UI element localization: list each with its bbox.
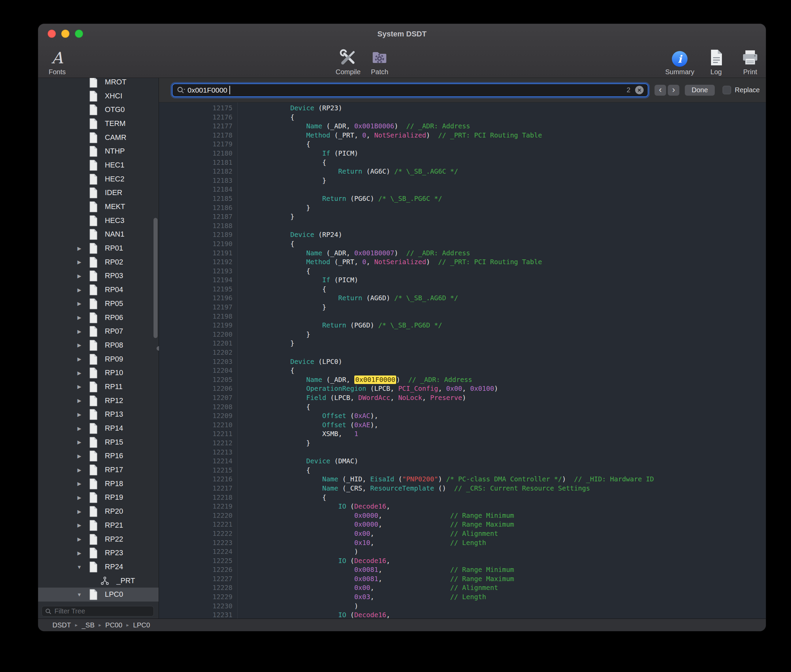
disclosure-triangle-icon[interactable]: ▶ — [74, 509, 85, 515]
print-button[interactable]: Print — [736, 44, 764, 75]
breadcrumb-item-dsdt[interactable]: DSDT — [53, 621, 71, 629]
sidebar-item-rp15[interactable]: ▶RP15 — [38, 435, 158, 450]
sidebar-item-rp18[interactable]: ▶RP18 — [38, 477, 158, 491]
sidebar-item-lpc0[interactable]: ▼LPC0 — [38, 587, 158, 602]
disclosure-triangle-icon[interactable]: ▶ — [74, 426, 85, 432]
disclosure-triangle-icon[interactable]: ▶ — [74, 398, 85, 404]
find-next-button[interactable]: › — [668, 85, 679, 96]
log-button[interactable]: Log — [702, 44, 730, 75]
breadcrumb-item-lpc0[interactable]: LPC0 — [133, 621, 150, 629]
line-number: 12193 — [159, 267, 232, 276]
sidebar-scrollbar[interactable] — [153, 218, 158, 338]
sidebar-item-label: RP23 — [105, 549, 123, 557]
titlebar[interactable]: System DSDT — [38, 24, 766, 43]
filter-tree-field[interactable]: Filter Tree — [42, 606, 154, 616]
sidebar-item-rp07[interactable]: ▶RP07 — [38, 325, 158, 338]
summary-button[interactable]: i Summary — [663, 44, 697, 75]
sidebar-item-rp13[interactable]: ▶RP13 — [38, 408, 158, 422]
device-icon — [88, 450, 98, 462]
done-button[interactable]: Done — [685, 85, 715, 96]
breadcrumb-item-pc00[interactable]: PC00 — [105, 621, 122, 629]
disclosure-triangle-icon[interactable]: ▼ — [74, 592, 85, 597]
find-previous-button[interactable]: ‹ — [655, 85, 666, 96]
sidebar-item-rp01[interactable]: ▶RP01 — [38, 242, 158, 255]
disclosure-triangle-icon[interactable]: ▶ — [74, 328, 85, 334]
sidebar-item-rp03[interactable]: ▶RP03 — [38, 269, 158, 283]
breadcrumb-item-_sb[interactable]: _SB — [81, 621, 94, 629]
disclosure-triangle-icon[interactable]: ▶ — [74, 245, 85, 251]
disclosure-triangle-icon[interactable]: ▶ — [74, 550, 85, 556]
sidebar-item-rp23[interactable]: ▶RP23 — [38, 546, 158, 560]
sidebar-item-nthp[interactable]: NTHP — [38, 144, 158, 158]
disclosure-triangle-icon[interactable]: ▶ — [74, 356, 85, 362]
line-number: 12184 — [159, 185, 232, 194]
sidebar-item-rp20[interactable]: ▶RP20 — [38, 504, 158, 518]
disclosure-triangle-icon[interactable]: ▶ — [74, 315, 85, 321]
log-icon — [708, 46, 724, 68]
sidebar-item-mekt[interactable]: MEKT — [38, 200, 158, 214]
disclosure-triangle-icon[interactable]: ▶ — [74, 384, 85, 390]
sidebar-item-mrot[interactable]: MROT — [38, 78, 158, 89]
sidebar-item-rp09[interactable]: ▶RP09 — [38, 352, 158, 366]
disclosure-triangle-icon[interactable]: ▶ — [74, 411, 85, 418]
sidebar-item-label: MROT — [105, 78, 126, 86]
window-title: System DSDT — [38, 24, 766, 44]
disclosure-triangle-icon[interactable]: ▶ — [74, 439, 85, 445]
disclosure-triangle-icon[interactable]: ▶ — [74, 494, 85, 501]
search-field[interactable]: 0x001F0000 2 × — [172, 83, 649, 97]
sidebar-item-_prt[interactable]: _PRT — [38, 574, 158, 588]
sidebar-item-rp24[interactable]: ▼RP24 — [38, 560, 158, 574]
sidebar-item-rp17[interactable]: ▶RP17 — [38, 463, 158, 477]
line-number: 12225 — [159, 557, 232, 566]
patch-button[interactable]: Patch — [365, 44, 394, 75]
close-button[interactable] — [48, 30, 56, 38]
line-number: 12202 — [159, 348, 232, 357]
sidebar-item-label: RP19 — [105, 493, 123, 502]
sidebar-item-rp05[interactable]: ▶RP05 — [38, 297, 158, 311]
sidebar-item-xhci[interactable]: XHCI — [38, 89, 158, 103]
disclosure-triangle-icon[interactable]: ▶ — [74, 370, 85, 376]
sidebar-item-rp10[interactable]: ▶RP10 — [38, 366, 158, 380]
fonts-button[interactable]: A Fonts — [43, 44, 72, 75]
sidebar-item-rp06[interactable]: ▶RP06 — [38, 311, 158, 325]
disclosure-triangle-icon[interactable]: ▶ — [74, 273, 85, 279]
sidebar-item-rp02[interactable]: ▶RP02 — [38, 255, 158, 269]
disclosure-triangle-icon[interactable]: ▶ — [74, 453, 85, 459]
minimize-button[interactable] — [61, 30, 69, 38]
sidebar-item-rp14[interactable]: ▶RP14 — [38, 421, 158, 435]
sidebar-item-hec3[interactable]: HEC3 — [38, 214, 158, 228]
sidebar-item-rp04[interactable]: ▶RP04 — [38, 283, 158, 297]
line-number: 12221 — [159, 520, 232, 530]
compile-button[interactable]: Compile — [334, 44, 363, 75]
disclosure-triangle-icon[interactable]: ▶ — [74, 342, 85, 348]
zoom-button[interactable] — [75, 30, 83, 38]
sidebar-item-rp16[interactable]: ▶RP16 — [38, 450, 158, 463]
disclosure-triangle-icon[interactable]: ▶ — [74, 287, 85, 293]
sidebar-item-rp22[interactable]: ▶RP22 — [38, 533, 158, 546]
disclosure-triangle-icon[interactable]: ▶ — [74, 522, 85, 528]
sidebar-item-label: RP07 — [105, 327, 123, 336]
sidebar-item-hec1[interactable]: HEC1 — [38, 158, 158, 172]
disclosure-triangle-icon[interactable]: ▶ — [74, 259, 85, 265]
sidebar-item-nan1[interactable]: NAN1 — [38, 228, 158, 242]
disclosure-triangle-icon[interactable]: ▶ — [74, 467, 85, 473]
disclosure-triangle-icon[interactable]: ▶ — [74, 481, 85, 487]
sidebar-item-rp12[interactable]: ▶RP12 — [38, 394, 158, 408]
sidebar-item-rp19[interactable]: ▶RP19 — [38, 491, 158, 505]
sidebar-item-rp08[interactable]: ▶RP08 — [38, 338, 158, 352]
sidebar-item-camr[interactable]: CAMR — [38, 131, 158, 145]
compile-label: Compile — [336, 68, 360, 75]
sidebar-item-hec2[interactable]: HEC2 — [38, 172, 158, 186]
sidebar-item-otg0[interactable]: OTG0 — [38, 103, 158, 117]
sidebar-item-term[interactable]: TERM — [38, 117, 158, 131]
disclosure-triangle-icon[interactable]: ▶ — [74, 301, 85, 307]
sidebar-item-rp21[interactable]: ▶RP21 — [38, 518, 158, 533]
disclosure-triangle-icon[interactable]: ▼ — [74, 564, 85, 570]
sidebar-item-ider[interactable]: IDER — [38, 186, 158, 200]
disclosure-triangle-icon[interactable]: ▶ — [74, 536, 85, 542]
code-line: 12199 Return (PG6D) /* \_SB_.PG6D */ — [159, 321, 766, 330]
replace-checkbox[interactable] — [722, 86, 731, 94]
clear-search-button[interactable]: × — [635, 86, 644, 94]
code-editor[interactable]: 12175 Device (RP23)12176 {12177 Name (_A… — [159, 102, 766, 619]
sidebar-item-rp11[interactable]: ▶RP11 — [38, 380, 158, 394]
